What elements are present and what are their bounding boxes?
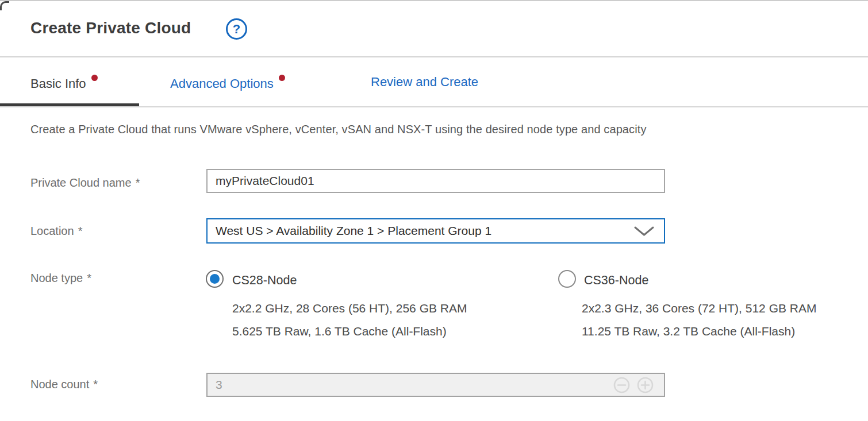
cs28-node-label[interactable]: CS28-Node — [232, 273, 297, 288]
tab-advanced-options[interactable]: Advanced Options — [170, 75, 285, 91]
node-count-input: 3 — [206, 373, 665, 397]
label-text: Location — [30, 225, 74, 237]
label-text: Private Cloud name — [30, 176, 132, 189]
required-marker: * — [93, 378, 98, 391]
node-type-label: Node type* — [30, 272, 91, 285]
tab-basic-info[interactable]: Basic Info — [30, 75, 98, 91]
required-marker: * — [78, 225, 83, 237]
tab-basic-info-label: Basic Info — [30, 76, 86, 91]
tab-review-and-create-label: Review and Create — [371, 75, 478, 89]
panel-corner-border — [0, 1, 9, 10]
private-cloud-name-input[interactable] — [206, 169, 665, 193]
minus-circle-icon[interactable] — [613, 377, 630, 393]
required-marker: * — [87, 272, 91, 284]
private-cloud-name-label: Private Cloud name* — [30, 176, 140, 190]
tab-review-and-create[interactable]: Review and Create — [371, 75, 478, 90]
cs36-spec-line2: 11.25 TB Raw, 3.2 TB Cache (All-Flash) — [582, 325, 795, 338]
cs28-spec-line1: 2x2.2 GHz, 28 Cores (56 HT), 256 GB RAM — [232, 302, 467, 315]
page-title: Create Private Cloud — [30, 19, 191, 37]
node-count-label: Node count* — [30, 378, 98, 391]
page-description: Create a Private Cloud that runs VMware … — [30, 123, 647, 136]
node-count-value: 3 — [216, 374, 222, 396]
help-icon[interactable]: ? — [226, 18, 247, 40]
required-marker: * — [136, 176, 140, 189]
label-text: Node type — [30, 272, 83, 284]
cs36-node-label[interactable]: CS36-Node — [584, 273, 648, 288]
question-mark-glyph: ? — [233, 22, 240, 36]
tab-bar: Basic Info Advanced Options Review and C… — [0, 57, 868, 107]
location-dropdown-value: West US > Availability Zone 1 > Placemen… — [216, 219, 491, 242]
chevron-down-icon — [634, 226, 654, 237]
location-dropdown[interactable]: West US > Availability Zone 1 > Placemen… — [206, 218, 665, 244]
label-text: Node count — [30, 378, 89, 391]
location-label: Location* — [30, 225, 82, 238]
radio-cs36-node[interactable] — [558, 270, 576, 288]
tab-advanced-options-label: Advanced Options — [170, 76, 274, 91]
error-dot-icon — [279, 75, 285, 81]
plus-circle-icon[interactable] — [637, 377, 654, 393]
create-private-cloud-panel: Create Private Cloud ? Basic Info Advanc… — [0, 0, 868, 421]
cs28-spec-line2: 5.625 TB Raw, 1.6 TB Cache (All-Flash) — [232, 325, 447, 338]
error-dot-icon — [91, 75, 98, 81]
radio-cs28-node[interactable] — [206, 270, 224, 288]
cs36-spec-line1: 2x2.3 GHz, 36 Cores (72 HT), 512 GB RAM — [582, 302, 816, 315]
tabbar-divider — [0, 106, 868, 107]
radio-selected-dot-icon — [210, 274, 220, 284]
